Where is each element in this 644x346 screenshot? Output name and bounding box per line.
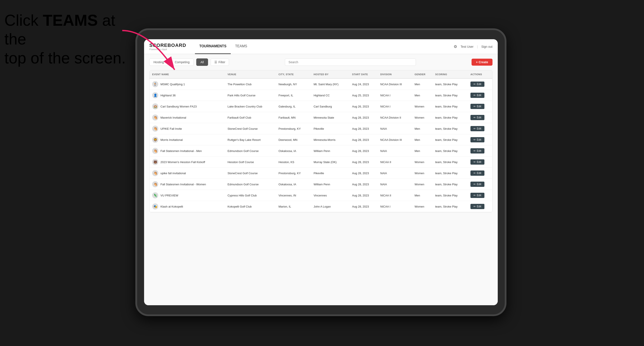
edit-icon: ✏ [474,149,476,152]
cell-event-name: 🏫 Carl Sandburg Women FA23 [150,101,225,112]
edit-label: Edit [477,205,481,208]
team-icon: 🐴 [152,148,158,154]
cell-date: Aug 28, 2023 [350,123,378,134]
cell-date: Aug 28, 2023 [350,112,378,123]
tournaments-table-container: EVENT NAME VENUE CITY, STATE HOSTED BY S… [149,70,492,212]
all-filter-button[interactable]: All [196,58,208,66]
team-icon: 🐴 [152,170,158,176]
search-input[interactable] [285,58,416,66]
nav-teams[interactable]: TEAMS [231,39,252,54]
cell-venue: StoneCrest Golf Course [225,123,276,134]
cell-city: Vincennes, IN [276,190,311,201]
cell-venue: Ruttger's Bay Lake Resort [225,134,276,146]
cell-gender: Men [412,90,433,101]
cell-hosted: Pikeville [311,123,349,134]
edit-button[interactable]: ✏ Edit [470,148,484,154]
cell-scoring: team, Stroke Play [432,201,468,212]
edit-icon: ✏ [474,94,476,97]
edit-label: Edit [477,105,481,108]
cell-division: NICAA I [378,201,412,212]
team-icon: 🦎 [152,192,158,198]
edit-button[interactable]: ✏ Edit [470,137,484,142]
team-icon: 🐴 [152,126,158,132]
cell-city: Oskaloosa, IA [276,179,311,190]
col-hosted-by: HOSTED BY [311,70,349,78]
filter-icon: ☰ [214,60,217,64]
team-icon: 🦁 [152,137,158,143]
edit-icon: ✏ [474,194,476,197]
team-icon: 🐴 [152,181,158,187]
cell-actions: ✏ Edit [468,123,492,134]
cell-venue: StoneCrest Golf Course [225,168,276,179]
arrow-svg [105,26,192,81]
table-row: 🐴 Fall Statesmen Invitational - Men Edmu… [150,146,492,157]
cell-scoring: team, Stroke Play [432,134,468,146]
cell-venue: Cypress Hills Golf Club [225,190,276,201]
cell-date: Aug 28, 2023 [350,190,378,201]
table-row: 🦁 Morris Invitational Ruttger's Bay Lake… [150,134,492,146]
cell-event-name: 👤 Highland 36 [150,90,225,101]
edit-label: Edit [477,172,481,175]
edit-button[interactable]: ✏ Edit [470,115,484,120]
table-row: 🐴 Maverick Invitational Faribault Golf C… [150,112,492,123]
cell-hosted: Carl Sandburg [311,101,349,112]
edit-button[interactable]: ✏ Edit [470,126,484,131]
cell-gender: Men [412,134,433,146]
cell-division: NAIA [378,179,412,190]
event-name-text: VU PREVIEW [160,194,178,197]
edit-label: Edit [477,194,481,197]
cell-gender: Women [412,112,433,123]
cell-scoring: team, Stroke Play [432,101,468,112]
create-button[interactable]: + Create [472,59,492,66]
event-name-text: Morris Invitational [160,138,183,142]
edit-label: Edit [477,83,481,86]
team-icon: 👤 [152,92,158,98]
col-scoring: SCORING [432,70,468,78]
edit-icon: ✏ [474,116,476,119]
cell-date: Aug 28, 2023 [350,157,378,168]
cell-actions: ✏ Edit [468,78,492,90]
event-name-text: Highland 36 [160,94,176,97]
edit-button[interactable]: ✏ Edit [470,82,484,87]
edit-button[interactable]: ✏ Edit [470,93,484,98]
cell-gender: Men [412,78,433,90]
edit-button[interactable]: ✏ Edit [470,171,484,176]
event-name-text: UPIKE Fall Invite [160,127,182,130]
team-icon: 🐴 [152,115,158,121]
nav-links: TOURNAMENTS TEAMS [195,39,454,54]
signout-link[interactable]: Sign out [481,45,492,48]
cell-city: Galesburg, IL [276,101,311,112]
cell-division: NAIA [378,123,412,134]
cell-venue: Park Hills Golf Course [225,90,276,101]
cell-actions: ✏ Edit [468,201,492,212]
edit-button[interactable]: ✏ Edit [470,159,484,165]
cell-date: Aug 26, 2023 [350,101,378,112]
cell-hosted: Vincennes [311,190,349,201]
cell-date: Aug 28, 2023 [350,179,378,190]
edit-button[interactable]: ✏ Edit [470,181,484,187]
cell-city: Prestonsburg, KY [276,123,311,134]
edit-button[interactable]: ✏ Edit [470,104,484,109]
edit-button[interactable]: ✏ Edit [470,204,484,209]
arrow-annotation [105,26,192,81]
cell-hosted: Minnesota-Morris [311,134,349,146]
table-row: 🐴 Fall Statesmen Invitational - Women Ed… [150,179,492,190]
gear-icon[interactable]: ⚙ [454,44,457,49]
cell-gender: Women [412,101,433,112]
filter-button[interactable]: ☰ Filter [211,58,229,66]
cell-event-name: 🎭 Klash at Kokopelli [150,201,225,212]
edit-icon: ✏ [474,172,476,175]
edit-label: Edit [477,127,481,130]
cell-actions: ✏ Edit [468,146,492,157]
col-actions: ACTIONS [468,70,492,78]
table-row: 🏫 Carl Sandburg Women FA23 Lake Bracken … [150,101,492,112]
cell-gender: Women [412,157,433,168]
table-row: 🐴 upike fall invitational StoneCrest Gol… [150,168,492,179]
cell-division: NICAA I [378,90,412,101]
cell-date: Aug 28, 2023 [350,146,378,157]
edit-button[interactable]: ✏ Edit [470,193,484,198]
cell-event-name: 🐴 UPIKE Fall Invite [150,123,225,134]
nav-tournaments[interactable]: TOURNAMENTS [195,39,231,54]
cell-scoring: team, Stroke Play [432,112,468,123]
cell-actions: ✏ Edit [468,101,492,112]
